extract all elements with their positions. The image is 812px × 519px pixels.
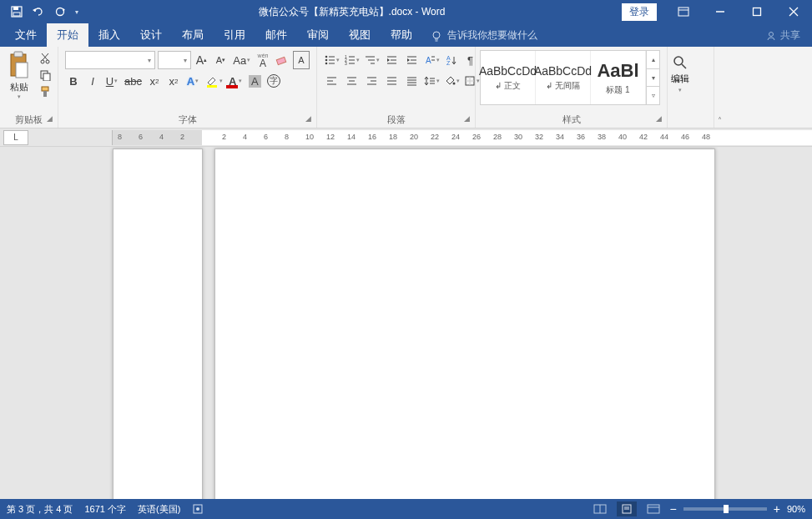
ruler-area: L 86422468101214161820222426283032343638… [0,128,812,147]
styles-scroll-down[interactable]: ▾ [647,69,659,88]
redo-button[interactable] [50,2,70,22]
multilevel-list-button[interactable]: ▾ [362,51,381,69]
decrease-indent-button[interactable] [382,51,401,69]
svg-rect-16 [16,63,28,78]
styles-scroll-up[interactable]: ▴ [647,51,659,69]
underline-button[interactable]: U▾ [103,72,120,90]
clipboard-dialog-launcher[interactable]: ◢ [47,114,53,123]
character-shading-button[interactable]: A [246,72,263,90]
tab-insert[interactable]: 插入 [88,23,130,47]
highlight-button[interactable]: ▾ [204,72,224,90]
customize-qat-button[interactable]: ▾ [72,2,82,22]
minimize-button[interactable] [702,0,739,23]
shading-button[interactable]: ▾ [442,72,461,90]
asian-layout-button[interactable]: A▾ [422,51,441,69]
tab-review[interactable]: 审阅 [297,23,339,47]
tab-mailings[interactable]: 邮件 [255,23,297,47]
clear-formatting-button[interactable] [274,51,290,69]
ribbon-display-options-button[interactable] [665,0,702,23]
strikethrough-button[interactable]: abc [123,72,144,90]
character-border-button[interactable]: A [293,51,310,69]
group-paragraph: ▾ 123▾ ▾ A▾ AZ ¶ ▾ ▾ ▾ [317,47,476,128]
increase-indent-button[interactable] [402,51,421,69]
font-color-button[interactable]: A▾ [227,72,244,90]
styles-dialog-launcher[interactable]: ◢ [656,114,662,123]
svg-line-79 [682,64,686,68]
zoom-out-button[interactable]: − [670,502,677,516]
svg-point-10 [433,32,440,38]
numbering-button[interactable]: 123▾ [342,51,361,69]
page-current[interactable] [214,149,715,499]
tab-references[interactable]: 引用 [214,23,255,47]
close-button[interactable] [775,0,812,23]
subscript-button[interactable]: x2 [146,72,163,90]
change-case-button[interactable]: Aa▾ [232,51,253,69]
tab-home[interactable]: 开始 [47,23,88,47]
quick-access-toolbar: ▾ [0,2,82,22]
svg-line-19 [43,53,48,60]
undo-button[interactable] [28,2,48,22]
font-dialog-launcher[interactable]: ◢ [305,114,311,123]
bullets-button[interactable]: ▾ [322,51,340,69]
style-no-spacing[interactable]: AaBbCcDd ↲ 无间隔 [536,51,591,104]
bold-button[interactable]: B [65,72,82,90]
align-center-button[interactable] [342,72,361,90]
status-language[interactable]: 英语(美国) [138,503,180,516]
tab-design[interactable]: 设计 [130,23,172,47]
view-read-mode[interactable] [590,501,610,516]
document-viewport[interactable] [0,147,812,499]
page-previous[interactable] [113,149,203,499]
style-normal[interactable]: AaBbCcDd ↲ 正文 [481,51,536,104]
collapse-ribbon-button[interactable]: ˄ [718,116,722,125]
phonetic-guide-button[interactable]: wénA [255,51,271,69]
tab-file[interactable]: 文件 [5,23,47,47]
style-heading1[interactable]: AaBl 标题 1 [591,51,646,104]
line-spacing-button[interactable]: ▾ [422,72,441,90]
login-button[interactable]: 登录 [622,3,657,21]
status-macro-icon[interactable] [192,503,204,515]
horizontal-ruler[interactable]: 8642246810121416182022242628303234363840… [112,130,812,145]
status-page[interactable]: 第 3 页，共 4 页 [7,503,73,516]
svg-text:3: 3 [345,61,347,66]
sort-button[interactable]: AZ [442,51,461,69]
font-name-combo[interactable]: ▾ [65,51,155,69]
format-painter-button[interactable] [38,84,53,99]
tab-view[interactable]: 视图 [339,23,381,47]
svg-point-17 [41,60,44,63]
view-print-layout[interactable] [617,501,637,516]
align-right-button[interactable] [362,72,381,90]
view-web-layout[interactable] [643,501,663,516]
group-label-font: 字体◢ [62,113,313,128]
tab-help[interactable]: 帮助 [381,23,422,47]
grow-font-button[interactable]: A▴ [194,51,210,69]
shrink-font-button[interactable]: A▾ [213,51,229,69]
font-size-combo[interactable]: ▾ [158,51,190,69]
align-left-button[interactable] [322,72,340,90]
tell-me-search[interactable]: 告诉我你想要做什么 [422,24,546,47]
line-spacing-icon [424,75,436,87]
maximize-button[interactable] [739,0,775,23]
zoom-in-button[interactable]: + [774,502,780,516]
align-justify-button[interactable] [382,72,401,90]
styles-expand[interactable]: ▿ [647,87,659,104]
superscript-button[interactable]: x2 [165,72,182,90]
copy-button[interactable] [38,68,53,83]
editing-button[interactable]: 编辑 ▾ [671,49,689,93]
text-effects-button[interactable]: A▾ [184,72,201,90]
paragraph-dialog-launcher[interactable]: ◢ [464,114,470,123]
save-button[interactable] [7,2,27,22]
tab-layout[interactable]: 布局 [172,23,214,47]
svg-point-81 [196,507,199,511]
italic-button[interactable]: I [84,72,101,90]
zoom-slider[interactable] [683,507,767,511]
svg-point-13 [769,32,774,36]
paste-button[interactable]: 粘贴 ▾ [3,49,34,100]
align-distributed-button[interactable] [402,72,421,90]
tab-selector[interactable]: L [3,130,28,145]
share-button[interactable]: 共享 [754,24,812,47]
cut-button[interactable] [38,51,53,66]
group-label-styles: 样式◢ [479,113,663,128]
enclose-characters-button[interactable]: 字 [265,72,282,90]
zoom-level[interactable]: 90% [787,504,805,514]
status-word-count[interactable]: 1671 个字 [84,503,126,516]
